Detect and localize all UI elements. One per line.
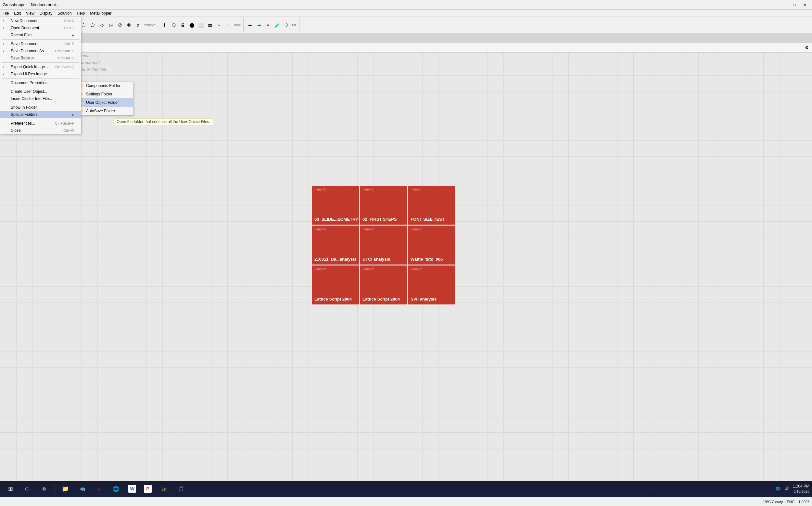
menu-solution[interactable]: Solution bbox=[55, 10, 74, 16]
user-object-card[interactable]: > month SVF analysis bbox=[408, 265, 455, 305]
menu-entry-save-backup[interactable]: Save BackupCtrl+Alt+S bbox=[0, 55, 81, 62]
grasshopper-taskbar-button[interactable]: 🦗 bbox=[156, 483, 172, 495]
menu-view[interactable]: View bbox=[23, 10, 37, 16]
user-object-card[interactable]: > month 02_FIRST STEPS bbox=[360, 186, 407, 225]
rhino-icon: 🦏 bbox=[78, 484, 87, 493]
menu-entry-create-user[interactable]: Create User Object... bbox=[0, 88, 81, 95]
menu-entry-save-as[interactable]: ▪ Save Document As...Ctrl+Shift+S bbox=[0, 48, 81, 55]
menu-file[interactable]: File bbox=[0, 10, 11, 16]
chrome-button[interactable]: 🌐 bbox=[108, 483, 124, 495]
rhino-button[interactable]: 🦏 bbox=[74, 483, 90, 495]
toolbar-target-btn[interactable]: ◎ bbox=[106, 20, 115, 29]
word-button[interactable]: W bbox=[125, 483, 139, 495]
card-tag: > month bbox=[411, 267, 452, 271]
toolbar-diamond-btn[interactable]: ◇ bbox=[97, 20, 106, 29]
acrobat-button[interactable]: ▲ bbox=[91, 483, 107, 495]
menu-entry-recent-files[interactable]: Recent Files▶ bbox=[0, 31, 81, 38]
toolbar-sphere-btn[interactable]: ⬤ bbox=[188, 20, 197, 29]
close-button[interactable]: ✕ bbox=[800, 2, 809, 8]
toolbar-seven-btn[interactable]: ⑦ bbox=[115, 20, 125, 29]
clock[interactable]: 11:04 PM 3/16/2026 bbox=[793, 484, 809, 494]
menu-separator bbox=[2, 119, 80, 119]
menu-entry-label: Show In Folder bbox=[11, 105, 37, 110]
user-object-card[interactable]: > month Waffle_tuto_006 bbox=[408, 226, 455, 264]
menu-help[interactable]: Help bbox=[74, 10, 88, 16]
menu-entry-icon: ▪ bbox=[3, 41, 4, 46]
toolbar-add-btn[interactable]: + bbox=[224, 20, 233, 29]
menu-entry-open-doc[interactable]: ▪ Open Document...Ctrl+O bbox=[0, 24, 81, 31]
menu-entry-save-doc[interactable]: ▪ Save DocumentCtrl+S bbox=[0, 40, 81, 48]
card-name: 03_SLIDE...EOMETRY bbox=[314, 217, 356, 222]
tooltip: Open the folder that contains all the Us… bbox=[114, 118, 213, 125]
toolbar-pentagon-btn[interactable]: ⬠ bbox=[88, 20, 97, 29]
menu-entry-export-hires[interactable]: ▪ Export Hi-Res Image... bbox=[0, 70, 81, 78]
sf-entry-autosave-folder[interactable]: 📁 AutoSave Folder bbox=[75, 107, 133, 115]
user-object-card[interactable]: > month 03_SLIDE...EOMETRY bbox=[312, 186, 359, 225]
clock-date: 3/16/2026 bbox=[793, 489, 809, 494]
toolbar-moon-btn[interactable]: ☽ bbox=[282, 20, 291, 29]
sf-entry-user-object-folder[interactable]: 📁 User Object Folder bbox=[75, 98, 133, 107]
chrome-icon: 🌐 bbox=[112, 484, 121, 493]
menu-entry-show-folder[interactable]: Show In Folder bbox=[0, 104, 81, 111]
user-object-card[interactable]: > month FONT SIZE TEST bbox=[408, 186, 455, 225]
powerpoint-icon: P bbox=[144, 485, 152, 493]
toolbar-flask-btn[interactable]: 🧪 bbox=[273, 20, 282, 29]
menu-entry-export-quick[interactable]: ▪ Export Quick Image...Ctrl+Shift+Q bbox=[0, 63, 81, 70]
menu-metahopper[interactable]: MetaHopper bbox=[87, 10, 114, 16]
menu-separator bbox=[2, 62, 80, 63]
menu-entry-close[interactable]: CloseCtrl+W bbox=[0, 127, 81, 134]
menu-display[interactable]: Display bbox=[37, 10, 55, 16]
menu-entry-label: Save Backup bbox=[11, 56, 34, 60]
menu-entry-label: Preferences... bbox=[11, 121, 35, 125]
toolbar-slider-btn[interactable]: ⬜ bbox=[197, 20, 206, 29]
menu-entry-label: Save Document bbox=[11, 41, 38, 46]
status-right: 19°C Cloudy ENG 1.0007 bbox=[763, 500, 809, 504]
toolbar-alpha-btn[interactable]: α bbox=[134, 20, 143, 29]
toolbar-green-btn[interactable]: ▪ bbox=[215, 20, 224, 29]
toolbar-pink-btn[interactable]: ● bbox=[264, 20, 273, 29]
toolbar-arrow-right2-btn[interactable]: ⇒ bbox=[254, 20, 264, 29]
powerpoint-button[interactable]: P bbox=[141, 483, 155, 495]
menu-edit[interactable]: Edit bbox=[11, 10, 23, 16]
toolbar-move-btn[interactable]: ⬡ bbox=[169, 20, 178, 29]
user-object-card[interactable]: > month 210311_Da...analysis bbox=[312, 226, 359, 264]
menu-entry-icon: ▪ bbox=[3, 18, 4, 23]
toolbar-eight-btn[interactable]: ⑧ bbox=[125, 20, 134, 29]
minimize-button[interactable]: ─ bbox=[780, 2, 789, 8]
toolbar-grid-btn[interactable]: ▦ bbox=[206, 20, 215, 29]
user-object-card[interactable]: > month Lattice Script 2904 bbox=[360, 265, 407, 305]
menu-entry-shortcut: Ctrl+Shift+S bbox=[55, 49, 74, 53]
user-object-card[interactable]: > month Lattice Script 2904 bbox=[312, 265, 359, 305]
sf-entry-settings-folder[interactable]: 📁 Settings Folder bbox=[75, 90, 133, 98]
toolbar-arrow-right-btn[interactable]: ➡ bbox=[245, 20, 254, 29]
sf-entry-components-folder[interactable]: 📁 Components Folder bbox=[75, 81, 133, 90]
network-icon[interactable]: 🌐 bbox=[774, 486, 781, 492]
menu-entry-preferences[interactable]: Preferences...Ctrl+Shift+P bbox=[0, 120, 81, 127]
menu-entry-label: Open Document... bbox=[11, 26, 42, 30]
card-name: Lattice Script 2904 bbox=[314, 297, 356, 302]
maximize-button[interactable]: □ bbox=[790, 2, 799, 8]
menu-separator bbox=[2, 39, 80, 39]
menu-entry-new-doc[interactable]: ▪ New DocumentCtrl+N bbox=[0, 17, 81, 24]
menu-entry-doc-props[interactable]: Document Properties... bbox=[0, 79, 81, 86]
sf-entry-label: User Object Folder bbox=[86, 100, 119, 105]
taskview-button[interactable]: ⧉ bbox=[36, 483, 52, 495]
menu-entry-icon: ▪ bbox=[3, 49, 4, 53]
music-button[interactable]: 🎵 bbox=[173, 483, 189, 495]
taskbar-right: 🌐 🔊 11:04 PM 3/16/2026 bbox=[774, 484, 809, 494]
toolbar-upload-btn[interactable]: ⬆ bbox=[160, 20, 169, 29]
sf-entry-label: Components Folder bbox=[86, 83, 120, 88]
toolbar-area: 👁 E P K 📌 ⚓ H ○ ⬡ ⬠ ◇ ◎ ⑦ ⑧ α Primitive … bbox=[0, 17, 812, 33]
search-button[interactable]: ⬭ bbox=[19, 483, 35, 495]
volume-icon[interactable]: 🔊 bbox=[784, 486, 790, 492]
canvas-settings-btn[interactable]: ⚙ bbox=[803, 44, 811, 52]
user-object-card[interactable]: > month UTCI analysis bbox=[360, 226, 407, 264]
toolbar-monitor-btn[interactable]: 🖥 bbox=[178, 20, 188, 29]
language-indicator: ENG bbox=[787, 500, 795, 504]
input-label: Input bbox=[233, 23, 242, 27]
start-button[interactable]: ⊞ bbox=[3, 483, 18, 495]
menu-entry-insert-cluster[interactable]: Insert Cluster Into File... bbox=[0, 95, 81, 102]
menu-entry-label: Special Folders bbox=[11, 112, 38, 117]
menu-entry-special-folders[interactable]: Special Folders▶ bbox=[0, 111, 81, 118]
file-explorer-button[interactable]: 📁 bbox=[58, 483, 73, 495]
